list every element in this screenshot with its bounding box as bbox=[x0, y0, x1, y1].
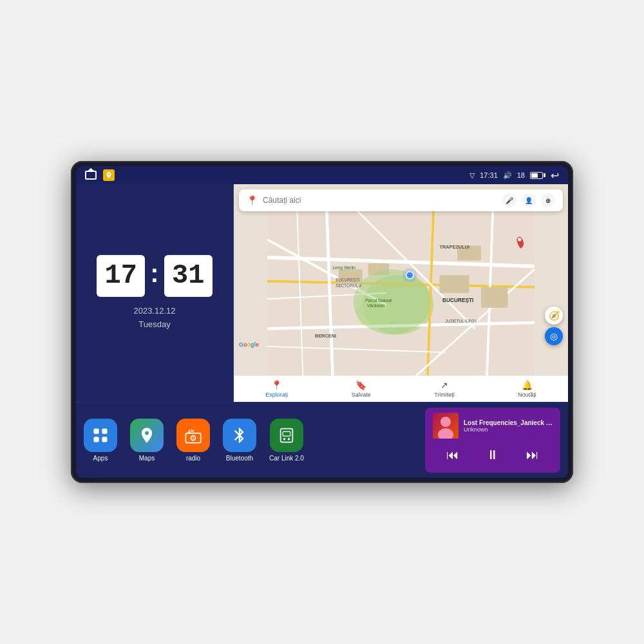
maps-icon[interactable] bbox=[103, 169, 115, 181]
svg-point-39 bbox=[193, 437, 194, 439]
app-icon-radio[interactable]: FM radio bbox=[176, 419, 210, 462]
time-display: 17:31 bbox=[480, 171, 498, 179]
map-tab-news[interactable]: 🔔 Noutăți bbox=[518, 380, 536, 398]
svg-point-45 bbox=[288, 438, 290, 440]
app-icons: Apps Maps bbox=[84, 408, 419, 473]
map-tab-share[interactable]: ↗ Trimiteți bbox=[434, 380, 455, 398]
music-info: Lost Frequencies_Janieck Devy-... Unknow… bbox=[433, 413, 553, 439]
svg-text:BUCUREȘTI: BUCUREȘTI bbox=[336, 278, 359, 283]
map-background: TRAPEZULUI BUCUREȘTI JUDEȚUL ILFOV BERCE… bbox=[234, 210, 568, 376]
apps-label: Apps bbox=[93, 455, 108, 462]
clock-hours: 17 bbox=[97, 255, 145, 297]
carlink-label: Car Link 2.0 bbox=[269, 455, 304, 462]
svg-rect-33 bbox=[94, 429, 99, 434]
svg-text:SECTORUL 4: SECTORUL 4 bbox=[336, 283, 361, 288]
map-bottom-tabs: 📍 Explorați 🔖 Salvate ↗ Trimiteți 🔔 bbox=[234, 375, 568, 402]
app-icon-maps[interactable]: Maps bbox=[130, 419, 164, 462]
map-mic-icon[interactable]: 🎤 bbox=[502, 193, 516, 207]
map-search-pin-icon: 📍 bbox=[247, 195, 258, 205]
date-value: 2023.12.12 bbox=[133, 305, 175, 318]
map-tab-explore[interactable]: 📍 Explorați bbox=[265, 380, 288, 398]
radio-icon-bg: FM bbox=[176, 419, 210, 452]
svg-rect-19 bbox=[481, 287, 507, 308]
svg-rect-17 bbox=[439, 275, 469, 293]
clock-panel: 17 : 31 2023.12.12 Tuesday bbox=[76, 184, 234, 402]
svg-point-31 bbox=[402, 268, 417, 282]
app-icon-bluetooth[interactable]: Bluetooth bbox=[223, 419, 256, 462]
music-next-button[interactable]: ⏭ bbox=[524, 445, 542, 465]
svg-point-44 bbox=[283, 438, 286, 440]
home-icon[interactable] bbox=[85, 171, 97, 180]
svg-text:BUCUREȘTI: BUCUREȘTI bbox=[442, 297, 473, 303]
svg-text:Văcărești: Văcărești bbox=[367, 303, 384, 308]
car-device: ▽ 17:31 🔊 18 ↩ 17 : 31 bbox=[71, 161, 573, 483]
map-tab-saved[interactable]: 🔖 Salvate bbox=[352, 380, 371, 398]
back-icon[interactable]: ↩ bbox=[551, 169, 559, 182]
svg-text:TRAPEZULUI: TRAPEZULUI bbox=[439, 244, 469, 250]
map-layers-icon[interactable]: ⊕ bbox=[541, 193, 555, 207]
maps-icon-bg bbox=[130, 419, 164, 452]
share-icon: ↗ bbox=[440, 380, 448, 390]
maps-label: Maps bbox=[139, 455, 155, 462]
saved-icon: 🔖 bbox=[355, 380, 366, 390]
svg-point-47 bbox=[440, 417, 451, 427]
svg-rect-34 bbox=[102, 429, 107, 434]
music-controls: ⏮ ⏸ ⏭ bbox=[433, 442, 553, 468]
music-text: Lost Frequencies_Janieck Devy-... Unknow… bbox=[464, 419, 553, 433]
svg-rect-43 bbox=[283, 431, 290, 436]
music-thumb-img bbox=[433, 413, 459, 439]
svg-rect-15 bbox=[339, 269, 363, 284]
map-profile-icon[interactable]: 👤 bbox=[522, 193, 536, 207]
music-playpause-button[interactable]: ⏸ bbox=[484, 445, 502, 465]
svg-text:JUDEȚUL ILFOV: JUDEȚUL ILFOV bbox=[446, 319, 478, 324]
music-artist: Unknown bbox=[464, 426, 553, 433]
app-icon-carlink[interactable]: Car Link 2.0 bbox=[269, 419, 304, 462]
carlink-icon-bg bbox=[270, 419, 303, 452]
music-thumbnail bbox=[433, 413, 459, 439]
news-icon: 🔔 bbox=[522, 380, 533, 390]
bluetooth-icon-bg bbox=[223, 419, 256, 452]
signal-icon: ▽ bbox=[469, 171, 475, 180]
svg-rect-42 bbox=[281, 429, 293, 442]
explore-icon: 📍 bbox=[271, 380, 282, 390]
svg-point-32 bbox=[518, 238, 522, 242]
volume-level: 18 bbox=[517, 171, 525, 179]
svg-rect-36 bbox=[102, 437, 107, 442]
status-left bbox=[85, 169, 115, 181]
map-panel[interactable]: 📍 Căutați aici 🎤 👤 ⊕ bbox=[234, 184, 568, 402]
music-panel: Lost Frequencies_Janieck Devy-... Unknow… bbox=[425, 408, 560, 473]
app-icon-apps[interactable]: Apps bbox=[84, 419, 117, 462]
top-row: 17 : 31 2023.12.12 Tuesday 📍 Căutați aic… bbox=[76, 184, 568, 402]
svg-text:Parcul Natural: Parcul Natural bbox=[365, 298, 392, 303]
map-search-bar[interactable]: 📍 Căutați aici 🎤 👤 ⊕ bbox=[239, 189, 563, 211]
date-info: 2023.12.12 Tuesday bbox=[133, 305, 175, 332]
map-compass-icon[interactable]: 🧭 bbox=[545, 307, 563, 325]
map-location-icon[interactable]: ◎ bbox=[545, 327, 563, 345]
map-search-input[interactable]: Căutați aici bbox=[263, 196, 497, 205]
main-content: 17 : 31 2023.12.12 Tuesday 📍 Căutați aic… bbox=[76, 184, 568, 478]
svg-rect-35 bbox=[94, 437, 99, 442]
svg-text:BERCENI: BERCENI bbox=[315, 333, 336, 339]
day-value: Tuesday bbox=[133, 318, 175, 332]
status-bar: ▽ 17:31 🔊 18 ↩ bbox=[76, 166, 568, 184]
map-search-icons: 🎤 👤 ⊕ bbox=[502, 193, 555, 207]
volume-icon: 🔊 bbox=[503, 171, 512, 180]
svg-text:Leroy Merlin: Leroy Merlin bbox=[333, 265, 356, 270]
radio-label: radio bbox=[186, 455, 200, 462]
status-right: ▽ 17:31 🔊 18 ↩ bbox=[469, 169, 559, 182]
screen: ▽ 17:31 🔊 18 ↩ 17 : 31 bbox=[76, 166, 568, 478]
music-title: Lost Frequencies_Janieck Devy-... bbox=[464, 419, 553, 426]
bottom-row: Apps Maps bbox=[76, 402, 568, 478]
music-prev-button[interactable]: ⏮ bbox=[444, 445, 462, 465]
battery-icon bbox=[530, 172, 545, 179]
clock-colon: : bbox=[150, 259, 158, 288]
svg-text:FM: FM bbox=[189, 429, 194, 433]
apps-icon-bg bbox=[84, 419, 117, 452]
clock-minutes: 31 bbox=[164, 255, 213, 297]
clock-display: 17 : 31 bbox=[97, 255, 212, 297]
google-logo: Google bbox=[239, 341, 259, 348]
bluetooth-label: Bluetooth bbox=[226, 455, 253, 462]
